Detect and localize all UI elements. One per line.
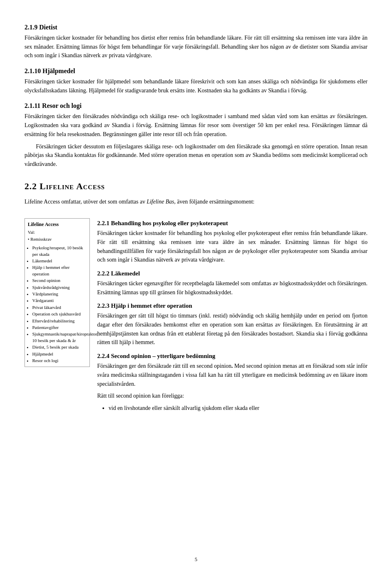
para-224-2: Rätt till second opinion kan föreligga: — [97, 392, 368, 400]
list-item: Privat läkarvård — [32, 304, 87, 311]
para-219-1: Försäkringen täcker kostnader för behand… — [24, 34, 368, 60]
list-item: Second opinion — [32, 277, 87, 284]
page-number: 5 — [195, 556, 198, 562]
para-223: Försäkringen ger rätt till högst tio tim… — [97, 311, 368, 347]
list-item: Operation och sjukhusvård — [32, 311, 87, 317]
sidebar-title: Lifeline Access — [25, 219, 89, 229]
sidebar-list: Psykolog/terapeut, 10 besök per skada Lä… — [25, 244, 89, 367]
list-item: Hjälp i hemmet efter operation — [32, 264, 87, 277]
heading-221: 2.2.1 Behandling hos psykolog eller psyk… — [97, 220, 368, 227]
heading-2111: 2.1.11 Resor och logi — [24, 102, 368, 110]
section-22: 2.2 Lifeline Access Lifeline Access omfa… — [24, 181, 368, 416]
bullet-item: vid en livshotande eller särskilt allvar… — [109, 404, 368, 413]
list-item: Sjukvårdsrådgivning — [32, 284, 87, 291]
para-2111-1: Försäkringen täcker den försäkrades nödv… — [24, 112, 368, 139]
heading-222: 2.2.2 Läkemedel — [97, 270, 368, 277]
heading-219: 2.1.9 Dietist — [24, 24, 368, 31]
list-item: Psykolog/terapeut, 10 besök per skada — [32, 245, 87, 257]
heading-223: 2.2.3 Hjälp i hemmet efter operation — [97, 302, 368, 309]
list-item: Sjukgymnastik/naprapat/kiropraktor, 10 b… — [32, 331, 87, 344]
page-footer: 5 — [0, 556, 392, 563]
para-222: Försäkringen täcker egenavgifter för rec… — [97, 279, 368, 297]
list-item: Eftervård/rehabilitering — [32, 318, 87, 324]
list-item: Hjälpmedel — [32, 351, 87, 357]
list-item: Vårdplanering — [32, 291, 87, 297]
section-22-title: 2.2 Lifeline Access — [24, 181, 368, 192]
sidebar-subtitle: Val: • Remisskrav — [25, 229, 89, 244]
para-221: Försäkringen täcker kostnader för behand… — [97, 229, 368, 264]
section-22-intro: Lifeline Access omfattar, utöver det som… — [24, 197, 368, 206]
para-2110-1: Försäkringen täcker kostnader för hjälpm… — [24, 77, 368, 95]
heading-224: 2.2.4 Second opinion – ytterligare bedöm… — [97, 353, 368, 360]
two-col-layout: Lifeline Access Val: • Remisskrav Psykol… — [24, 214, 368, 416]
para-2111-2: Försäkringen täcker dessutom en följesla… — [24, 142, 368, 169]
list-item: Dietist, 5 besök per skada — [32, 344, 87, 350]
bullet-list-224: vid en livshotande eller särskilt allvar… — [97, 404, 368, 413]
list-item: Vårdgaranti — [32, 298, 87, 304]
sidebar-box: Lifeline Access Val: • Remisskrav Psykol… — [24, 218, 90, 367]
page: 2.1.9 Dietist Försäkringen täcker kostna… — [0, 0, 392, 575]
para-224-1: Försäkringen ger den försäkrade rätt til… — [97, 362, 368, 388]
list-item: Läkemedel — [32, 258, 87, 264]
right-col: 2.2.1 Behandling hos psykolog eller psyk… — [97, 214, 368, 416]
list-item: Patientavgifter — [32, 324, 87, 331]
top-content: 2.1.9 Dietist Försäkringen täcker kostna… — [24, 24, 368, 169]
heading-2110: 2.1.10 Hjälpmedel — [24, 67, 368, 75]
list-item: Resor och logi — [32, 358, 87, 364]
